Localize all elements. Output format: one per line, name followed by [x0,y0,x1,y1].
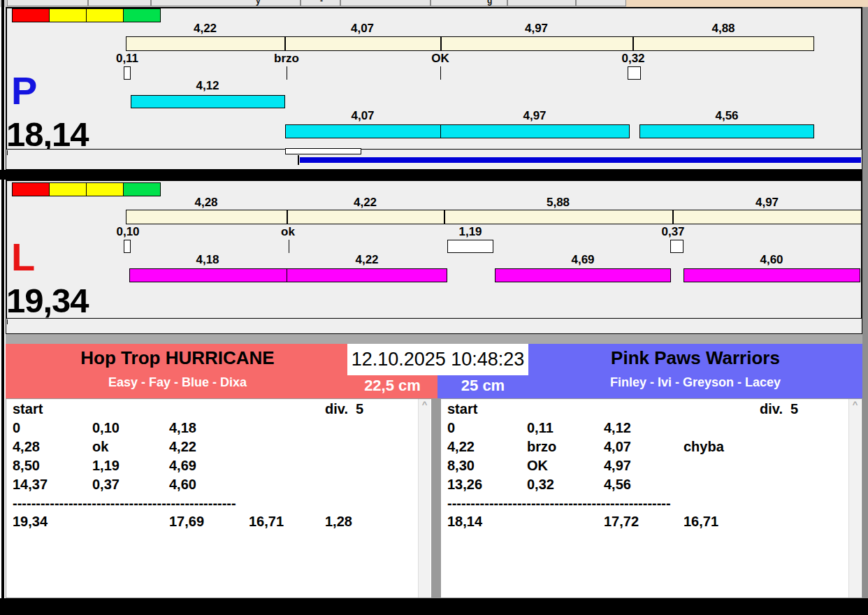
crossing-marker-box [124,240,131,253]
toolbar-button[interactable] [7,0,88,6]
gate-bar-divider [632,36,634,51]
cell: 0,10 [92,420,120,436]
toolbar-button[interactable] [88,0,151,6]
run-bar [129,268,287,282]
run-bar [131,95,285,108]
scrollbar-left[interactable]: ^ [418,399,431,598]
toolbar-button[interactable] [431,0,507,6]
lane-letter-l: L [11,238,35,277]
cell: 17,72 [604,514,639,530]
team-name: Hop Trop HURRICANE [6,347,349,369]
crossing-label: 1,19 [458,225,482,239]
datetime-display: 12.10.2025 10:48:23 [347,344,528,375]
cell: div. 5 [325,401,363,417]
crossing-marker-box [447,240,493,253]
table-row: 8,30OK4,97 [447,458,842,477]
cell: 0,32 [527,477,554,493]
status-light-yellow-1 [49,8,87,22]
crossing-marker-tick [287,66,287,80]
cell: start [13,401,43,417]
results-table-left: startdiv. 500,104,184,28ok4,228,501,194,… [13,401,411,533]
dashed-divider: ----------------------------------------… [447,495,842,514]
toolbar-button[interactable] [340,0,431,6]
panel-separator-band [0,170,865,180]
scroll-up-icon[interactable]: ^ [849,399,861,410]
cell: 4,56 [604,477,631,493]
crossing-marker-box [124,66,131,80]
gate-times-bar [126,210,862,224]
crossing-label: ok [281,225,295,239]
status-light-yellow-1 [49,182,87,196]
run-time-label: 4,07 [351,109,374,123]
cell: 4,22 [169,439,196,455]
team-name: Pink Paws Warriors [528,347,862,369]
team-dogs: Finley - Ivi - Greyson - Lacey [528,375,862,390]
run-time-label: 4,22 [355,253,378,267]
gate-split-label: 4,22 [287,196,444,210]
table-row: 4,28ok4,22 [13,439,411,458]
crossing-marker-tick [289,240,289,253]
progress-bar [300,157,861,163]
table-row: 19,3417,6916,711,28 [13,514,411,533]
toolbar-strip: y - g [0,0,868,7]
cell: chyba [683,439,724,455]
crossing-label: 0,10 [116,225,139,239]
crossing-label: 0,37 [661,225,684,239]
cell: start [447,401,477,417]
gate-bar-divider [284,36,286,51]
cell: 17,69 [169,514,204,530]
status-light-yellow-2 [86,8,124,22]
gate-split-label: 5,88 [444,196,672,210]
table-row: 18,1417,7216,71 [447,514,842,533]
table-row: 00,104,18 [13,420,411,439]
cell: brzo [527,439,556,455]
cell: 0,37 [92,477,120,493]
run-bar [495,268,671,282]
crossing-label: brzo [274,52,299,66]
table-row: 00,114,12 [447,420,842,439]
team-dogs: Easy - Fay - Blue - Dixa [6,375,349,390]
cell: 4,60 [169,477,196,493]
status-light-green [123,8,161,22]
toolbar-button[interactable] [151,0,301,6]
gate-split-label: 4,22 [126,22,284,36]
bottom-black-band [0,598,868,615]
cell: 0 [13,420,20,436]
cell: 13,26 [447,477,482,493]
cell: 18,14 [447,514,482,530]
crossing-label: 0,32 [621,52,644,66]
toolbar-button[interactable] [507,0,576,6]
scrollbar-right[interactable]: ^ [848,399,861,598]
crossing-marker-box [670,240,683,253]
strip-tick [7,319,8,324]
table-row: startdiv. 5 [13,401,411,420]
toolbar-label-fragment: g [487,0,492,6]
cell: 14,37 [13,477,48,493]
cell: 1,28 [325,514,352,530]
cell: 1,19 [92,458,120,474]
gate-bar-divider [672,210,674,224]
table-row: startdiv. 5 [447,401,842,420]
gate-split-label: 4,88 [632,22,814,36]
run-bar [440,124,630,138]
cell: div. 5 [760,401,798,417]
cell: 16,71 [683,514,718,530]
run-time-label: 4,60 [760,253,783,267]
run-time-label: 4,69 [571,253,594,267]
gate-split-label: 4,28 [126,196,287,210]
toolbar-button[interactable] [576,0,626,6]
run-time-label: 4,12 [196,79,219,93]
lane-total-time-p: 18,14 [6,117,89,152]
crossing-label: 0,11 [116,52,138,66]
lane-total-time-l: 19,34 [6,284,89,318]
scroll-up-icon[interactable]: ^ [419,399,431,410]
toolbar-label-fragment: y [256,0,261,6]
status-light-red [12,182,50,196]
window-left-edge [1,0,4,615]
cell: 19,34 [13,514,48,530]
cell: 0 [447,420,455,436]
lane-progress-strip [6,318,862,334]
table-row: 13,260,324,56 [447,477,842,495]
run-time-label: 4,56 [715,109,738,123]
toolbar-highlight-segment [626,0,868,7]
